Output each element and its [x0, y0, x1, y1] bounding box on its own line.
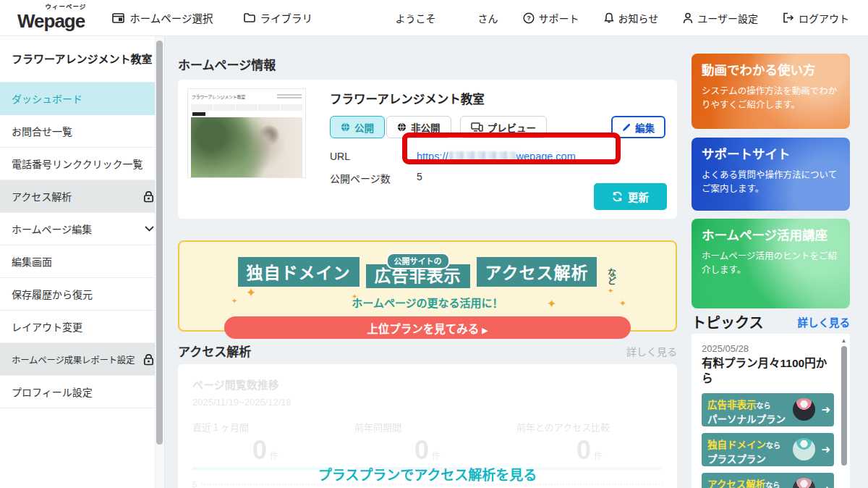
- plan-banner-personal[interactable]: 広告非表示なら パーソナルプラン ➜: [702, 393, 834, 426]
- unpublish-button[interactable]: 非公開: [386, 116, 451, 138]
- stat-unit: 件: [270, 451, 278, 461]
- preview-button[interactable]: プレビュー: [460, 116, 548, 138]
- publish-button[interactable]: 公開: [330, 116, 385, 138]
- chart-date-range: 2025/11/19~2025/12/18: [192, 397, 663, 408]
- banner-plan: プラスプラン: [707, 451, 766, 467]
- sidebar-item-site-edit[interactable]: ホームページ編集: [0, 213, 164, 245]
- stat-unit: 件: [432, 451, 441, 461]
- analytics-section-title: アクセス解析: [178, 342, 251, 360]
- thumbnail-nav: [191, 104, 302, 111]
- sidebar: フラワーアレンジメント教室 ダッシュボード お問合せ一覧 電話番号リンククリック…: [0, 36, 165, 488]
- sidebar-item-label: 保存履歴から復元: [12, 287, 93, 301]
- sidebar-item-edit-screen[interactable]: 編集画面: [0, 245, 164, 278]
- sidebar-item-phone-clicks[interactable]: 電話番号リンククリック一覧: [0, 148, 164, 180]
- stat-unit: 件: [594, 451, 603, 461]
- nav-site-select[interactable]: ホームページ選択: [112, 10, 213, 25]
- topic-date: 2025/05/28: [702, 343, 834, 354]
- stat-label: 前年とのアクセス比較: [516, 420, 663, 434]
- sidebar-item-access-analytics[interactable]: アクセス解析: [0, 180, 164, 213]
- nav-library[interactable]: ライブラリ: [244, 10, 313, 25]
- user-icon: [683, 12, 693, 24]
- preview-label: プレビュー: [488, 120, 537, 135]
- wepage-logo[interactable]: ウィーページ Wepage: [17, 6, 85, 30]
- update-button[interactable]: 更新: [594, 183, 667, 210]
- sidebar-item-label: 電話番号リンククリック一覧: [12, 156, 142, 171]
- upgrade-cta-button[interactable]: 上位プランを見てみる▶: [224, 316, 631, 339]
- support-label: サポート: [539, 11, 579, 25]
- stat-value: 0: [414, 435, 429, 465]
- sidebar-item-label: ホームページ編集: [12, 222, 92, 236]
- arrow-right-icon: ➜: [821, 403, 830, 416]
- upsell-line1: プラスプランでアクセス解析を見る: [178, 464, 677, 484]
- topics-panel: 2025/05/28 有料プラン月々1100円から 広告非表示なら パーソナルプ…: [692, 334, 850, 488]
- stat-value: 0: [252, 435, 267, 465]
- browser-window-icon: [112, 13, 124, 23]
- banner-particle: なら: [765, 481, 780, 488]
- stat-recent-month: 直近１ヶ月間 0件: [192, 420, 339, 470]
- welcome-message: ようこそ さん: [396, 11, 498, 25]
- scroll-up-arrow-icon[interactable]: ▲: [839, 335, 848, 344]
- sidebar-item-profile-settings[interactable]: プロフィール設定: [0, 376, 164, 408]
- analytics-card: ページ閲覧数推移 2025/11/19~2025/12/18 直近１ヶ月間 0件…: [178, 364, 677, 488]
- support-site-card[interactable]: サポートサイト よくある質問や操作方法についてご案内します。: [692, 138, 850, 211]
- stat-label: 直近１ヶ月間: [192, 420, 339, 434]
- news-link[interactable]: お知らせ: [604, 11, 659, 25]
- feature-analytics: アクセス解析: [477, 257, 597, 287]
- lock-icon: [143, 190, 154, 203]
- topics-scrollbar-thumb[interactable]: [841, 346, 847, 466]
- user-settings-label: ユーザー設定: [697, 11, 758, 25]
- welcome-suffix: さん: [478, 11, 498, 25]
- usage-course-card[interactable]: ホームページ活用講座 ホームページ活用のヒントをご紹介します。: [692, 219, 850, 308]
- site-thumbnail: フラワーアレンジメント教室: [187, 88, 306, 178]
- site-info-card: フラワーアレンジメント教室 フラワーアレンジメント教室 公開 非公開: [178, 80, 677, 219]
- stat-year-comparison: 前年とのアクセス比較 0件: [516, 420, 663, 470]
- welcome-prefix: ようこそ: [396, 11, 436, 25]
- thumbnail-tel-lines: [277, 93, 302, 100]
- plan-banner-domain[interactable]: 独自ドメインなら プラスプラン ➜: [702, 433, 834, 466]
- help-icon: ?: [523, 12, 535, 24]
- support-site-body: よくある質問や操作方法についてご案内します。: [702, 169, 840, 197]
- sidebar-item-label: ホームページ成果レポート設定: [12, 353, 135, 366]
- update-label: 更新: [628, 189, 649, 204]
- topics-scrollbar[interactable]: ▲: [839, 335, 848, 488]
- sidebar-item-restore-history[interactable]: 保存履歴から復元: [0, 278, 164, 311]
- feature-etc: など: [605, 268, 617, 287]
- feature-own-domain: 独自ドメイン: [238, 257, 359, 287]
- news-label: お知らせ: [618, 11, 659, 25]
- site-url-link[interactable]: https:// wepage.com: [417, 151, 576, 162]
- unpublish-label: 非公開: [411, 120, 441, 135]
- user-settings-link[interactable]: ユーザー設定: [683, 11, 758, 25]
- username-redacted: [436, 13, 478, 23]
- sidebar-item-dashboard[interactable]: ダッシュボード: [0, 83, 164, 115]
- plan-banner-analytics[interactable]: アクセス解析なら プラスプラン ➜: [702, 473, 834, 488]
- nav-site-select-label: ホームページ選択: [129, 10, 213, 25]
- topics-see-more-link[interactable]: 詳しく見る: [798, 314, 851, 329]
- topbar: ウィーページ Wepage ホームページ選択 ライブラリ ようこそ さん ? サ…: [0, 0, 868, 36]
- bell-icon: [604, 12, 614, 24]
- arrow-right-icon: ▶: [482, 326, 488, 335]
- page-title: ホームページ情報: [178, 55, 276, 73]
- analytics-see-more-link[interactable]: 詳しく見る: [626, 344, 677, 358]
- url-label: URL: [330, 151, 417, 162]
- chevron-down-icon: [145, 226, 154, 232]
- plan-upsell-overlay[interactable]: プラスプランでアクセス解析を見る 月額¥3000～（税別）: [178, 464, 677, 488]
- support-site-title: サポートサイト: [702, 147, 840, 163]
- sidebar-item-label: 編集画面: [12, 254, 52, 269]
- support-link[interactable]: ? サポート: [523, 11, 579, 25]
- globe-icon: [397, 122, 407, 132]
- thumbnail-hero-image: [191, 117, 302, 178]
- thumbnail-site-name: フラワーアレンジメント教室: [192, 93, 245, 100]
- sidebar-item-layout-change[interactable]: レイアウト変更: [0, 311, 164, 343]
- banner-keyword: アクセス解析: [707, 479, 765, 488]
- logout-link[interactable]: ログアウト: [783, 11, 849, 25]
- video-guide-title: 動画でわかる使い方: [702, 63, 840, 79]
- edit-button[interactable]: 編集: [611, 116, 665, 138]
- banner-keyword: 広告非表示: [707, 400, 757, 411]
- pages-count-label: 公開ページ数: [330, 171, 417, 185]
- sidebar-scrollbar[interactable]: [155, 36, 164, 488]
- video-guide-card[interactable]: 動画でわかる使い方 システムの操作方法を動画でわかりやすくご紹介します。: [692, 54, 850, 129]
- sidebar-item-report-settings[interactable]: ホームページ成果レポート設定: [0, 343, 164, 376]
- logout-label: ログアウト: [799, 11, 849, 25]
- sidebar-item-inquiries[interactable]: お問合せ一覧: [0, 115, 164, 148]
- sidebar-scrollbar-thumb[interactable]: [156, 41, 163, 445]
